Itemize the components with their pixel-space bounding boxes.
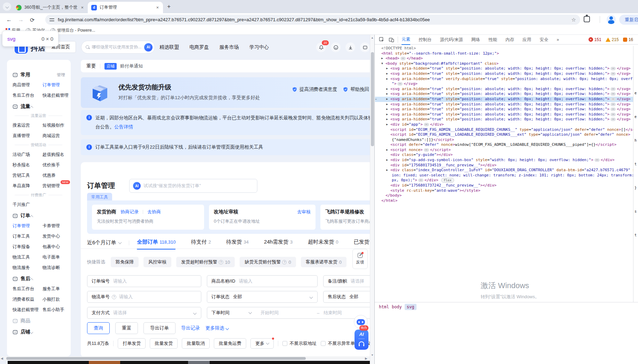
scroll-right-icon[interactable]: ▶ [365,356,367,361]
sidebar-link[interactable]: 物流服务 [13,265,42,271]
sidebar-section-traffic[interactable]: 流量 [13,103,67,110]
sidebar-link[interactable]: 消费者权益 [13,296,42,302]
bookmark-star-icon[interactable]: ☆ [571,17,576,23]
reset-button[interactable]: 重置 [115,322,138,334]
inspect-element-icon[interactable] [379,37,384,42]
filter-field[interactable]: 支付方式请选择 [87,307,201,319]
scroll-left-icon[interactable]: ◀ [1,356,3,361]
sidebar-link[interactable]: 直播管理 [13,133,42,139]
address-bar[interactable]: fxg.jinritemai.com/ffa/morder/order/list… [45,15,580,25]
tool-card[interactable]: 改地址审核去审核0个订单正在申请改地址 [209,205,316,230]
sidebar-section-shop[interactable]: 店铺 [13,329,67,335]
dom-line[interactable]: <div id="1756801737242__func_preview__">… [375,183,633,188]
order-range-dropdown[interactable]: 近6个月订单 [87,239,121,246]
dom-line[interactable]: <div id="1756801734519__func_preview__">… [375,163,633,168]
section-manage-link[interactable]: 管理 [57,72,65,78]
tool-card[interactable]: 飞鸽订单规格修改飞鸽客服可更改订单商品 [320,205,370,230]
sidebar-link[interactable]: 秒杀报名 [13,162,42,168]
quick-filter-pill[interactable]: 风控审核 [143,257,171,267]
sidebar-link[interactable]: 物流工具 [13,254,42,260]
sidebar-link[interactable]: 商品管理 [13,82,42,88]
sidebar-link[interactable]: 电子面单 [42,254,67,260]
chevron-up-icon[interactable] [30,215,33,219]
dom-line[interactable]: ▶<svg aria-hidden="true" verify-duplicat… [375,77,633,82]
devtools-tab-4[interactable]: 网络 [471,35,480,45]
announcement-detail-link[interactable]: 公告详情 [114,124,133,129]
export-log-link[interactable]: 导出记录 [181,325,200,331]
devtools-tab-1[interactable]: 元素 [402,34,410,45]
filter-field[interactable]: 备注/旗帜请选择 [323,275,370,287]
announcement-text[interactable]: 赔付单通知 [120,63,143,69]
scrollbar-thumb[interactable] [371,52,374,146]
expand-ellipsis[interactable]: ⋯ [610,87,616,91]
devtools-tab-5[interactable]: 性能 [488,35,497,45]
chevron-down-icon[interactable] [30,330,33,334]
tab-search-button[interactable] [3,2,11,11]
expand-ellipsis[interactable]: ⋯ [418,179,423,182]
issues-count-badge[interactable]: 16 [623,37,633,42]
dom-line[interactable]: ▼<body style="background:#fafbfc!importa… [375,61,633,66]
order-tab[interactable]: 24h需发货3 [264,239,293,247]
tool-card[interactable]: 发货协商协商记录去协商无法按时发货可与消费者协商 [92,205,204,230]
more-filters-link[interactable]: 更多筛选 [205,325,228,331]
dom-line[interactable]: ▶<svg aria-hidden="true" style="position… [375,112,633,117]
priority-shipping-banner[interactable]: 优先发货功能升级 对打标「优先发货」的订单12小时内完成发货并揽收，享受更多好处… [81,77,370,108]
workbench-icon[interactable] [360,42,370,52]
export-orders-button[interactable]: 导出订单 [143,322,176,334]
sidebar-link[interactable]: 快递拦截管理 [42,93,69,98]
tool-card-link[interactable]: 去审核 [297,209,311,215]
sidebar-link[interactable]: 快递拦截管理 [13,307,42,313]
sidebar-link[interactable]: 订单报备 [13,244,42,250]
dom-line[interactable]: <style rc-util-key="antd-wave"></style> [375,188,633,193]
dom-line[interactable]: <!DOCTYPE html> [375,46,633,51]
checkbox-icon[interactable] [282,341,287,346]
sidebar-link[interactable]: 优惠券 [42,173,67,179]
ai-assistant-widget[interactable]: 待办 AI [352,315,370,350]
warning-count-badge[interactable]: 215 [606,37,619,42]
sidebar-section-common[interactable]: 常用管理 [13,72,67,78]
order-tab[interactable]: 已发货 [354,239,369,247]
dom-line[interactable]: ⋯▶<svg aria-hidden="true" style="positio… [375,97,633,102]
chevron-up-icon[interactable] [30,106,33,109]
display-checkbox[interactable]: 不展示异常单 [321,340,355,347]
expand-ellipsis[interactable]: ⋯ [610,103,616,106]
tool-card-link[interactable]: 协商记录 [120,209,139,215]
sidebar-section-aftersale[interactable]: 售后 [13,276,67,282]
close-icon[interactable]: × [155,5,160,10]
dom-line[interactable]: ▶<div id="app">⋯</div> [375,122,633,127]
dom-line[interactable]: ▶<svg aria-hidden="true" style="position… [375,87,633,92]
sidebar-link[interactable]: 发货中心 [42,234,67,239]
quick-filter-pill[interactable]: 客服承诺早发货0 [301,257,347,267]
expand-ellipsis[interactable]: ⋯ [424,148,429,152]
filter-field[interactable]: 商品名称/ID请输入 [207,275,318,287]
expand-ellipsis[interactable]: ⋯ [594,158,600,162]
notification-bell-icon[interactable]: 20 [316,42,326,52]
new-tab-button[interactable]: + [167,3,171,10]
dom-line[interactable]: <script defer="defer" nonce>window["ECOM… [375,142,633,148]
top-nav-link[interactable]: 电商罗盘 [189,44,209,50]
more-batch-button[interactable]: 更多 [250,338,274,349]
sidebar-link[interactable]: 营销工具 [13,173,42,179]
top-nav-link[interactable]: 学习中心 [249,44,269,50]
query-button[interactable]: 查询 [87,322,110,334]
expand-ellipsis[interactable]: ⋯ [610,113,616,116]
forward-icon[interactable]: → [18,17,24,23]
expand-ellipsis[interactable]: ⋯ [610,118,616,121]
reload-icon[interactable]: ⟳ [30,17,34,23]
sidebar-link[interactable]: 服务工单 [42,286,67,292]
sidebar-link[interactable]: 售后小助手 [42,307,67,313]
filter-field[interactable]: 订单编号请输入 [87,275,201,287]
order-tab[interactable]: 待发货34 [226,239,249,247]
devtools-tab-2[interactable]: 控制台 [419,35,432,45]
sidebar-link[interactable]: 物流诊断 [42,265,67,271]
dom-line[interactable]: ▶<div id="sp-add-svg-symbol-icon-box" st… [375,158,633,163]
dom-line[interactable]: ▶<svg aria-hidden="true" style="position… [375,102,633,107]
filter-field[interactable]: 物流单号?请输入 [87,291,201,303]
expand-ellipsis[interactable]: ⋯ [610,97,616,101]
expand-ellipsis[interactable]: ⋯ [610,108,616,111]
breadcrumb-html[interactable]: html [379,304,389,309]
quick-filter-pill[interactable]: 缺货无货赔付预警?0 [240,257,296,267]
expand-ellipsis[interactable]: ⋯ [424,123,429,126]
devtools-tab-3[interactable]: 源代码/来源 [440,35,463,45]
filter-field[interactable]: 订单状态全部 [207,291,318,303]
